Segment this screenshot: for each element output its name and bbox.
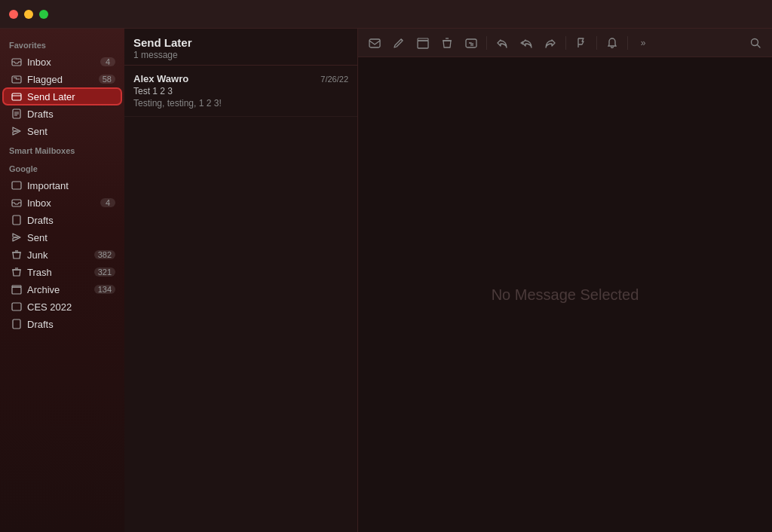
main-layout: Favorites Inbox 4 Flagged 58 bbox=[0, 29, 772, 532]
toolbar-separator-4 bbox=[627, 36, 628, 50]
g-trash-badge: 321 bbox=[94, 268, 115, 277]
get-mail-button[interactable] bbox=[364, 32, 385, 54]
g-trash-icon bbox=[11, 266, 23, 278]
svg-rect-6 bbox=[13, 216, 20, 225]
sidebar-item-g-drafts[interactable]: Drafts bbox=[3, 212, 121, 228]
sidebar-g-sent-label: Sent bbox=[27, 232, 115, 243]
notification-button[interactable] bbox=[602, 32, 623, 54]
compose-button[interactable] bbox=[388, 32, 409, 54]
sidebar-item-important[interactable]: Important bbox=[3, 177, 121, 194]
traffic-lights bbox=[9, 10, 48, 19]
sidebar-sent-label: Sent bbox=[27, 126, 115, 137]
svg-rect-9 bbox=[13, 320, 20, 329]
sidebar-g-junk-label: Junk bbox=[27, 249, 94, 261]
sidebar-drafts-label: Drafts bbox=[27, 109, 115, 120]
more-button[interactable]: » bbox=[633, 32, 654, 54]
ces2022-icon bbox=[11, 301, 23, 313]
g-drafts2-icon bbox=[11, 318, 23, 330]
sidebar-item-g-junk[interactable]: Junk 382 bbox=[3, 246, 121, 263]
sidebar-g-drafts2-label: Drafts bbox=[27, 319, 115, 330]
smart-mailboxes-label: Smart Mailboxes bbox=[0, 140, 124, 158]
svg-rect-7 bbox=[12, 287, 21, 294]
sidebar-ces2022-label: CES 2022 bbox=[27, 301, 115, 313]
sidebar-item-send-later[interactable]: Send Later bbox=[3, 88, 121, 105]
junk-button[interactable] bbox=[461, 32, 482, 54]
send-later-icon bbox=[11, 90, 23, 102]
svg-rect-8 bbox=[12, 303, 21, 310]
panel-header: Send Later 1 message bbox=[124, 29, 357, 66]
message-subject: Test 1 2 3 bbox=[133, 86, 348, 96]
flag-button[interactable] bbox=[571, 32, 592, 54]
message-preview: Testing, testing, 1 2 3! bbox=[133, 98, 348, 109]
message-sender: Alex Wawro bbox=[133, 73, 188, 84]
sidebar-item-g-inbox[interactable]: Inbox 4 bbox=[3, 194, 121, 211]
g-inbox-badge: 4 bbox=[100, 198, 115, 207]
sidebar-g-archive-label: Archive bbox=[27, 284, 94, 295]
archive-button[interactable] bbox=[412, 32, 433, 54]
important-icon bbox=[11, 179, 23, 191]
delete-button[interactable] bbox=[437, 32, 458, 54]
sidebar-item-g-archive[interactable]: Archive 134 bbox=[3, 281, 121, 298]
google-section-label: Google bbox=[0, 158, 124, 176]
flagged-icon bbox=[11, 73, 23, 85]
favorites-section-label: Favorites bbox=[0, 35, 124, 53]
svg-rect-2 bbox=[12, 93, 21, 100]
panel-subtitle: 1 message bbox=[133, 50, 348, 60]
sidebar-flagged-label: Flagged bbox=[27, 74, 99, 85]
sidebar-item-g-sent[interactable]: Sent bbox=[3, 229, 121, 246]
flagged-badge: 58 bbox=[99, 75, 115, 84]
toolbar-separator-2 bbox=[565, 36, 566, 50]
svg-rect-10 bbox=[369, 39, 380, 47]
no-message-text: No Message Selected bbox=[492, 286, 639, 304]
sidebar-inbox-label: Inbox bbox=[27, 57, 100, 68]
drafts-icon bbox=[11, 108, 23, 120]
maximize-button[interactable] bbox=[39, 10, 48, 19]
minimize-button[interactable] bbox=[24, 10, 33, 19]
sidebar-item-inbox[interactable]: Inbox 4 bbox=[3, 54, 121, 70]
g-drafts-icon bbox=[11, 214, 23, 226]
sidebar: Favorites Inbox 4 Flagged 58 bbox=[0, 29, 124, 532]
sidebar-item-flagged[interactable]: Flagged 58 bbox=[3, 71, 121, 87]
close-button[interactable] bbox=[9, 10, 18, 19]
g-junk-icon bbox=[11, 249, 23, 261]
message-header-row: Alex Wawro 7/26/22 bbox=[133, 73, 348, 84]
toolbar-separator-1 bbox=[486, 36, 487, 50]
right-panel: » No Message Selected bbox=[358, 29, 772, 532]
inbox-icon bbox=[11, 56, 23, 68]
sidebar-send-later-label: Send Later bbox=[27, 91, 115, 102]
sent-icon bbox=[11, 125, 23, 137]
forward-button[interactable] bbox=[540, 32, 561, 54]
sidebar-item-sent[interactable]: Sent bbox=[3, 123, 121, 139]
search-button[interactable] bbox=[745, 32, 766, 54]
sidebar-important-label: Important bbox=[27, 180, 115, 191]
panel-title: Send Later bbox=[133, 36, 348, 49]
g-archive-icon bbox=[11, 283, 23, 295]
sidebar-item-drafts[interactable]: Drafts bbox=[3, 105, 121, 122]
svg-rect-11 bbox=[418, 41, 428, 48]
sidebar-g-drafts-label: Drafts bbox=[27, 215, 115, 226]
sidebar-g-inbox-label: Inbox bbox=[27, 197, 100, 209]
g-sent-icon bbox=[11, 231, 23, 243]
inbox-badge: 4 bbox=[100, 57, 115, 66]
toolbar-separator-3 bbox=[596, 36, 597, 50]
reading-pane: No Message Selected bbox=[358, 57, 772, 532]
message-date: 7/26/22 bbox=[320, 75, 348, 84]
sidebar-g-trash-label: Trash bbox=[27, 267, 94, 278]
message-list-panel: Send Later 1 message Alex Wawro 7/26/22 … bbox=[124, 29, 358, 532]
reply-all-button[interactable] bbox=[516, 32, 537, 54]
toolbar: » bbox=[358, 29, 772, 57]
reply-button[interactable] bbox=[492, 32, 513, 54]
message-item[interactable]: Alex Wawro 7/26/22 Test 1 2 3 Testing, t… bbox=[124, 66, 357, 117]
sidebar-item-g-drafts2[interactable]: Drafts bbox=[3, 316, 121, 332]
g-inbox-icon bbox=[11, 197, 23, 209]
g-archive-badge: 134 bbox=[94, 285, 115, 294]
svg-rect-4 bbox=[12, 182, 21, 189]
title-bar bbox=[0, 0, 772, 29]
sidebar-item-g-trash[interactable]: Trash 321 bbox=[3, 264, 121, 280]
g-junk-badge: 382 bbox=[94, 250, 115, 259]
sidebar-item-ces2022[interactable]: CES 2022 bbox=[3, 298, 121, 315]
